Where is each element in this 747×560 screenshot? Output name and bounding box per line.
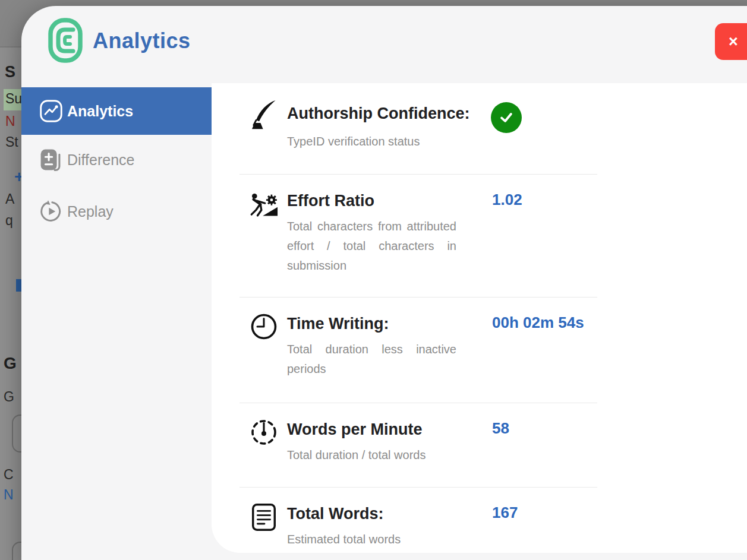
metric-value: 00h 02m 54s: [492, 314, 584, 332]
sidebar-item-difference[interactable]: Difference: [21, 145, 212, 175]
metric-row-total-words: Total Words: Estimated total words 167: [212, 487, 747, 553]
background-text-fragment: S: [5, 63, 15, 81]
effort-icon: [250, 192, 278, 218]
metric-row-time-writing: Time Writing: Total duration less inacti…: [212, 297, 747, 403]
copyleaks-logo-icon: [48, 17, 83, 64]
sidebar-item-label: Analytics: [67, 103, 133, 120]
metric-row-authorship-confidence: Authorship Confidence: TypeID verificati…: [212, 83, 747, 174]
metric-title: Authorship Confidence:: [287, 105, 469, 123]
line-chart-icon: [39, 99, 63, 123]
row-divider: [239, 403, 597, 403]
metric-subtitle: Total duration / total words: [287, 445, 456, 465]
background-text-fragment: A: [5, 191, 14, 207]
replay-icon: [39, 200, 63, 223]
metric-title: Time Writing:: [287, 315, 389, 333]
row-divider: [239, 297, 597, 298]
metric-title: Total Words:: [287, 505, 384, 523]
modal-title: Analytics: [93, 29, 191, 53]
background-text-fragment: G: [4, 354, 17, 373]
close-icon: ×: [729, 34, 738, 50]
metric-title: Words per Minute: [287, 420, 423, 439]
background-text-fragment: C: [4, 467, 14, 483]
background-text-fragment: N: [5, 113, 15, 129]
metric-row-effort-ratio: Effort Ratio Total characters from attri…: [212, 174, 747, 297]
sidebar-item-replay[interactable]: Replay: [21, 198, 212, 225]
file-diff-icon: [39, 148, 63, 172]
background-text-fragment: St: [5, 134, 18, 150]
metric-title: Effort Ratio: [287, 192, 374, 210]
metric-subtitle: TypeID verification status: [287, 132, 477, 151]
analytics-content: Authorship Confidence: TypeID verificati…: [212, 83, 747, 553]
metric-row-words-per-minute: Words per Minute Total duration / total …: [212, 403, 747, 487]
metric-value: 1.02: [492, 191, 522, 209]
sidebar-item-label: Replay: [67, 203, 114, 220]
quill-ink-icon: [250, 100, 278, 131]
metric-subtitle: Total characters from attributed effort …: [287, 217, 456, 276]
check-circle-icon: [491, 102, 522, 133]
close-button[interactable]: ×: [715, 23, 747, 60]
metric-subtitle: Estimated total words: [287, 530, 456, 549]
sidebar-item-analytics[interactable]: Analytics: [21, 87, 212, 135]
background-text-fragment: G: [4, 389, 14, 405]
metric-value: 58: [492, 419, 509, 438]
document-lines-icon: [250, 502, 278, 532]
background-text-fragment: N: [4, 487, 14, 503]
modal-sidebar: Analytics Difference Replay: [21, 83, 212, 560]
clock-icon: [250, 312, 278, 341]
gauge-icon: [250, 418, 278, 447]
sidebar-item-label: Difference: [67, 151, 135, 169]
background-text-fragment: q: [5, 213, 13, 229]
row-divider: [239, 174, 597, 175]
metric-subtitle: Total duration less inactive periods: [287, 340, 456, 379]
modal-header: Analytics ×: [21, 6, 747, 83]
row-divider: [239, 487, 597, 488]
metric-value: 167: [492, 504, 518, 522]
background-text-fragment: Su: [5, 91, 22, 107]
analytics-modal: Analytics × Analytics Difference: [21, 6, 747, 560]
